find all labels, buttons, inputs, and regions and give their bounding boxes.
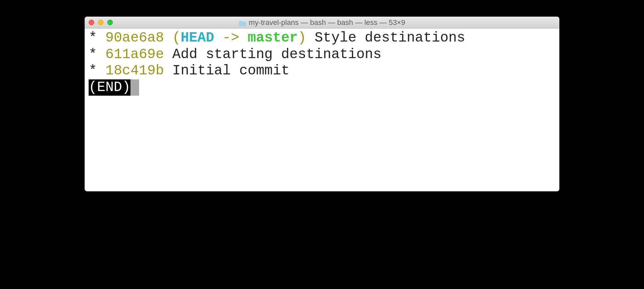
ref-arrow: ->	[214, 30, 248, 46]
commit-message: Initial commit	[172, 63, 289, 79]
titlebar[interactable]: my-travel-plans — bash — bash — less — 5…	[85, 17, 559, 29]
ref-paren-open: (	[172, 30, 181, 46]
traffic-lights	[89, 20, 113, 25]
ref-paren-close: )	[298, 30, 306, 46]
terminal-body[interactable]: * 90ae6a8 (HEAD -> master) Style destina…	[85, 29, 559, 191]
commit-hash: 611a69e	[105, 47, 164, 62]
commit-hash: 90ae6a8	[105, 30, 164, 46]
folder-icon	[239, 20, 246, 26]
commit-message: Style destinations	[315, 30, 465, 46]
graph-bullet: *	[89, 47, 97, 62]
terminal-window: my-travel-plans — bash — bash — less — 5…	[85, 17, 559, 191]
commit-message: Add starting destinations	[172, 47, 381, 62]
window-title: my-travel-plans — bash — bash — less — 5…	[249, 18, 405, 27]
commit-hash: 18c419b	[105, 63, 164, 79]
pager-end-marker: (END)	[89, 79, 130, 96]
cursor-icon	[130, 79, 139, 96]
graph-bullet: *	[89, 63, 97, 79]
git-log-line: * 18c419b Initial commit	[89, 63, 555, 79]
head-ref: HEAD	[181, 30, 214, 46]
minimize-icon[interactable]	[98, 20, 104, 25]
pager-end-line: (END)	[89, 79, 555, 96]
git-log-line: * 90ae6a8 (HEAD -> master) Style destina…	[89, 30, 555, 47]
zoom-icon[interactable]	[107, 20, 113, 25]
close-icon[interactable]	[89, 20, 94, 25]
git-log-line: * 611a69e Add starting destinations	[89, 47, 555, 63]
graph-bullet: *	[89, 30, 97, 46]
window-title-wrap: my-travel-plans — bash — bash — less — 5…	[239, 18, 405, 27]
branch-name: master	[248, 30, 298, 46]
